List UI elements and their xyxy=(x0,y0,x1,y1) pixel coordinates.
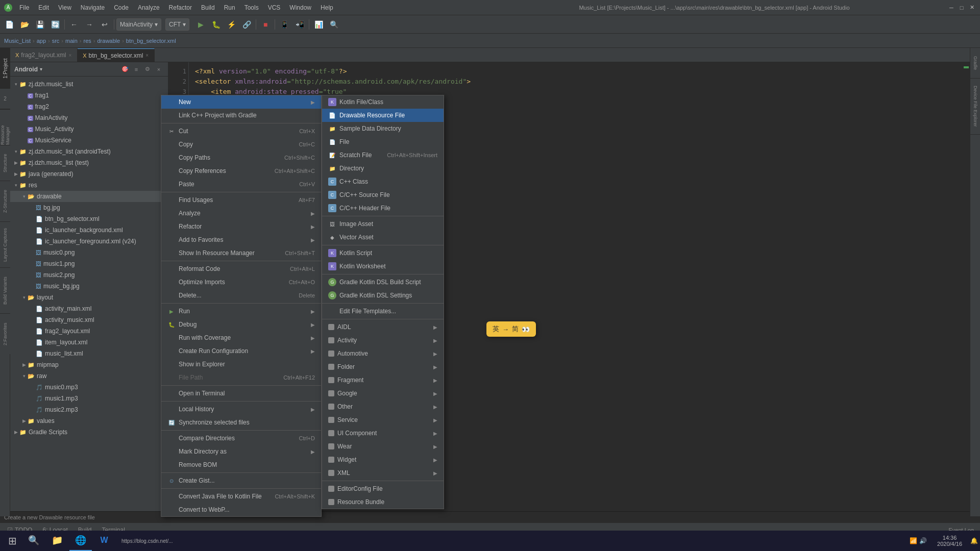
ctx-mark-dir[interactable]: Mark Directory as ▶ xyxy=(161,445,321,458)
submenu-ui-component[interactable]: UI Component ▶ xyxy=(322,427,444,440)
submenu-aidl[interactable]: AIDL ▶ xyxy=(322,320,444,334)
ctx-convert-webp[interactable]: Convert to WebP... xyxy=(161,503,321,516)
tree-item[interactable]: 🖼music2.png xyxy=(10,269,168,281)
tree-item[interactable]: ▶📁java (generated) xyxy=(10,168,168,180)
run-button[interactable]: ▶ xyxy=(193,17,208,32)
tree-item[interactable]: 🎵music2.mp3 xyxy=(10,404,168,415)
tree-item[interactable]: CMainActivity xyxy=(10,112,168,123)
ctx-new[interactable]: New ▶ xyxy=(161,95,321,109)
menu-view[interactable]: View xyxy=(54,2,76,13)
ctx-reformat[interactable]: Reformat Code Ctrl+Alt+L xyxy=(161,262,321,276)
tab-frag2-close[interactable]: × xyxy=(68,52,72,59)
ctx-local-history[interactable]: Local History ▶ xyxy=(161,403,321,416)
breadcrumb-music-list[interactable]: Music_List xyxy=(4,38,31,44)
tree-item[interactable]: ▶📁zj.dzh.music_list (test) xyxy=(10,157,168,168)
ctx-link-cpp[interactable]: Link C++ Project with Gradle xyxy=(161,109,321,122)
submenu-xml[interactable]: XML ▶ xyxy=(322,466,444,480)
submenu-service[interactable]: Service ▶ xyxy=(322,413,444,427)
side-tab-structure[interactable]: Structure xyxy=(0,145,10,181)
submenu-cpp-header[interactable]: C C/C++ Header File xyxy=(322,202,444,215)
tree-item[interactable]: 🖼music_bg.jpg xyxy=(10,281,168,292)
ctx-find-usages[interactable]: Find Usages Alt+F7 xyxy=(161,193,321,207)
side-tab-resource-manager[interactable]: Resource Manager xyxy=(0,109,10,145)
tree-item[interactable]: ▶📁Gradle Scripts xyxy=(10,427,168,438)
tree-item[interactable]: 📄btn_bg_selector.xml xyxy=(10,213,168,224)
tree-item[interactable]: ▶📁mipmap xyxy=(10,359,168,370)
tree-item[interactable]: CMusic_Activity xyxy=(10,123,168,135)
sdk-manager-button[interactable]: 📱 xyxy=(277,17,291,32)
menu-vcs[interactable]: VCS xyxy=(264,2,285,13)
profiler-button[interactable]: 📊 xyxy=(311,17,326,32)
submenu-other[interactable]: Other ▶ xyxy=(322,400,444,413)
ctx-create-gist[interactable]: ⊙ Create Gist... xyxy=(161,474,321,487)
ctx-copy-paths[interactable]: Copy Paths Ctrl+Shift+C xyxy=(161,151,321,164)
submenu-directory[interactable]: 📁 Directory xyxy=(322,162,444,175)
ctx-copy-refs[interactable]: Copy References Ctrl+Alt+Shift+C xyxy=(161,164,321,178)
tree-item[interactable]: ▾📂raw xyxy=(10,370,168,382)
tree-item[interactable]: 📄ic_launcher_background.xml xyxy=(10,224,168,236)
tab-btn-close[interactable]: × xyxy=(145,52,149,59)
side-tab-favorites[interactable]: 2:Favorites xyxy=(0,313,10,354)
close-button[interactable]: ✕ xyxy=(968,4,976,12)
taskbar-word[interactable]: W xyxy=(93,531,115,551)
side-tab-project[interactable]: 1:Project xyxy=(0,48,10,89)
ctx-compare-dirs[interactable]: Compare Directories Ctrl+D xyxy=(161,432,321,445)
new-file-button[interactable]: 📄 xyxy=(2,17,16,32)
side-tab-device-explorer[interactable]: Device File Explorer xyxy=(970,79,980,135)
ctx-add-favorites[interactable]: Add to Favorites ▶ xyxy=(161,233,321,246)
ctx-show-resource-manager[interactable]: Show In Resource Manager Ctrl+Shift+T xyxy=(161,246,321,260)
submenu-scratch-file[interactable]: 📝 Scratch File Ctrl+Alt+Shift+Insert xyxy=(322,148,444,162)
start-button[interactable]: ⊞ xyxy=(2,531,22,551)
menu-help[interactable]: Help xyxy=(316,2,337,13)
submenu-fragment[interactable]: Fragment ▶ xyxy=(322,373,444,387)
submenu-resource-bundle[interactable]: Resource Bundle xyxy=(322,495,444,509)
submenu-vector-asset[interactable]: ◆ Vector Asset xyxy=(322,231,444,244)
submenu-folder[interactable]: Folder ▶ xyxy=(322,360,444,373)
tree-item[interactable]: ▾📁res xyxy=(10,180,168,191)
submenu-sample-data-dir[interactable]: 📁 Sample Data Directory xyxy=(322,122,444,135)
tree-item[interactable]: Cfrag2 xyxy=(10,101,168,112)
panel-locate-btn[interactable]: 🎯 xyxy=(120,64,130,74)
tree-item[interactable]: Cfrag1 xyxy=(10,90,168,101)
submenu-cpp-class[interactable]: C C++ Class xyxy=(322,175,444,188)
ctx-run[interactable]: ▶ Run ▶ xyxy=(161,305,321,318)
save-all-button[interactable]: 💾 xyxy=(33,17,47,32)
submenu-kotlin-class[interactable]: K Kotlin File/Class xyxy=(322,95,444,109)
attach-debugger-button[interactable]: 🔗 xyxy=(239,17,254,32)
cft-dropdown[interactable]: CFT ▾ xyxy=(165,18,189,31)
side-tab-build-variants[interactable]: Build Variants xyxy=(0,267,10,313)
submenu-gradle-settings[interactable]: G Gradle Kotlin DSL Settings xyxy=(322,289,444,302)
tree-item[interactable]: ▾📂drawable xyxy=(10,191,168,202)
menu-tools[interactable]: Tools xyxy=(240,2,263,13)
ctx-show-explorer[interactable]: Show in Explorer xyxy=(161,358,321,371)
sync-button[interactable]: 🔄 xyxy=(48,17,62,32)
tab-btn-bg-selector[interactable]: X btn_bg_selector.xml × xyxy=(78,48,155,62)
stop-button[interactable]: ■ xyxy=(258,17,273,32)
tree-item[interactable]: ▾📁zj.dzh.music_list xyxy=(10,79,168,90)
ctx-debug[interactable]: 🐛 Debug ▶ xyxy=(161,318,321,331)
taskbar-search[interactable]: 🔍 xyxy=(22,531,45,551)
taskbar-browser[interactable]: 🌐 xyxy=(69,531,92,551)
submenu-automotive[interactable]: Automotive ▶ xyxy=(322,347,444,360)
menu-window[interactable]: Window xyxy=(285,2,315,13)
ctx-cut[interactable]: ✂ Cut Ctrl+X xyxy=(161,124,321,138)
tree-item[interactable]: 📄frag2_layout.xml xyxy=(10,325,168,337)
tree-item[interactable]: 📄item_layout.xml xyxy=(10,337,168,348)
submenu-gradle-build-script[interactable]: G Gradle Kotlin DSL Build Script xyxy=(322,276,444,289)
submenu-drawable-resource-file[interactable]: 📄 Drawable Resource File xyxy=(322,109,444,122)
side-tab-z-structure[interactable]: Z-Structure xyxy=(0,181,10,221)
submenu-kotlin-worksheet[interactable]: K Kotlin Worksheet xyxy=(322,260,444,273)
tab-frag2-layout[interactable]: X frag2_layout.xml × xyxy=(10,48,78,62)
side-tab-layout-captures[interactable]: Layout Captures xyxy=(0,221,10,267)
ctx-copy[interactable]: Copy Ctrl+C xyxy=(161,138,321,151)
tree-item[interactable]: 🖼music0.png xyxy=(10,247,168,258)
submenu-edit-file-templates[interactable]: Edit File Templates... xyxy=(322,305,444,318)
ctx-refactor[interactable]: Refactor ▶ xyxy=(161,220,321,233)
undo-button[interactable]: ↩ xyxy=(97,17,112,32)
minimize-button[interactable]: ─ xyxy=(947,4,955,12)
menu-analyze[interactable]: Analyze xyxy=(134,2,164,13)
ctx-create-run-config[interactable]: Create Run Configuration ▶ xyxy=(161,344,321,358)
menu-run[interactable]: Run xyxy=(220,2,239,13)
notification-icon[interactable]: 🔔 xyxy=(970,537,978,544)
back-button[interactable]: ← xyxy=(67,17,81,32)
